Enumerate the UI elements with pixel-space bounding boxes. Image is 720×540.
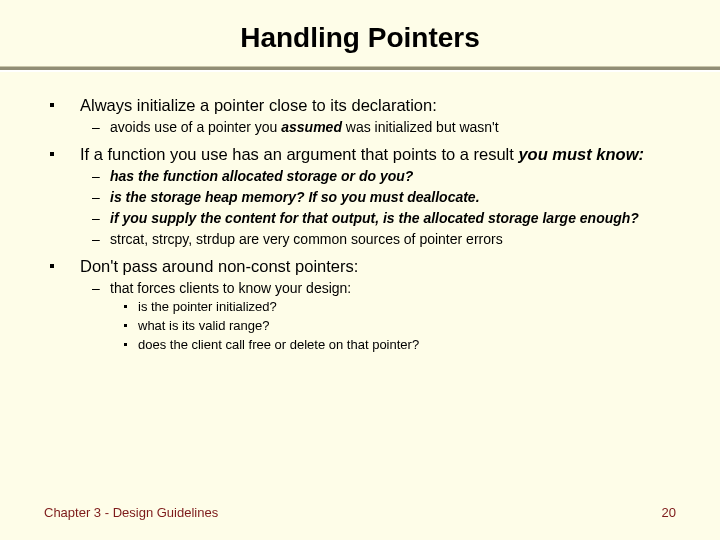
subsub-free-delete: does the client call free or delete on t… (44, 336, 696, 355)
sub-strcat-strcpy: strcat, strcpy, strdup are very common s… (44, 230, 696, 249)
sub-forces-clients: that forces clients to know your design: (44, 279, 696, 298)
text: If a function you use has an argument th… (80, 145, 518, 163)
slide-title: Handling Pointers (0, 0, 720, 66)
bullet-non-const: Don't pass around non-const pointers: (44, 255, 696, 277)
text: has the function allocated storage or do… (110, 168, 413, 184)
emph-assumed: assumed (281, 119, 342, 135)
bullet-function-arg: If a function you use has an argument th… (44, 143, 696, 165)
sub-allocated-storage: has the function allocated storage or do… (44, 167, 696, 186)
footer-chapter: Chapter 3 - Design Guidelines (44, 505, 218, 520)
footer-page-number: 20 (662, 505, 676, 520)
sub-avoids-assumed: avoids use of a pointer you assumed was … (44, 118, 696, 137)
emph-you-must-know: you must know: (518, 145, 644, 163)
subsub-initialized: is the pointer initialized? (44, 298, 696, 317)
text: if you supply the content for that outpu… (110, 210, 639, 226)
text: was initialized but wasn't (342, 119, 499, 135)
subsub-valid-range: what is its valid range? (44, 317, 696, 336)
sub-storage-large-enough: if you supply the content for that outpu… (44, 209, 696, 228)
text: is the storage heap memory? If so you mu… (110, 189, 480, 205)
text: avoids use of a pointer you (110, 119, 281, 135)
bullet-initialize: Always initialize a pointer close to its… (44, 94, 696, 116)
slide-body: Always initialize a pointer close to its… (0, 72, 720, 355)
sub-heap-memory: is the storage heap memory? If so you mu… (44, 188, 696, 207)
slide-footer: Chapter 3 - Design Guidelines 20 (44, 505, 676, 520)
